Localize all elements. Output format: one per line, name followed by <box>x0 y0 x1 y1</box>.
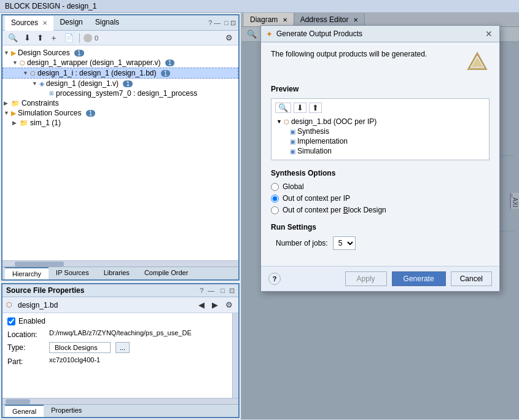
enabled-checkbox[interactable] <box>7 317 15 325</box>
type-more-button[interactable]: ... <box>115 342 130 353</box>
synthesis-options: Synthesis Options Global Out of context … <box>271 169 490 214</box>
preview-simulation-item[interactable]: ▣ Simulation <box>275 146 485 156</box>
sfp-title: Source File Properties <box>6 286 197 295</box>
part-value: xc7z010clg400-1 <box>49 356 100 364</box>
vivado-logo <box>465 50 490 76</box>
expand-all-button[interactable]: ⬆ <box>35 33 45 43</box>
toggle-constraints[interactable]: ▶ <box>4 100 10 106</box>
sfp-tab-properties[interactable]: Properties <box>44 405 89 417</box>
panel-maximize-icon[interactable]: ⊡ <box>230 19 236 27</box>
status-count: 0 <box>95 34 98 42</box>
tree-label-sim1: sim_1 (1) <box>30 119 61 127</box>
preview-toolbar: 🔍 ⬇ ⬆ <box>275 103 485 113</box>
title-bar: BLOCK DESIGN - design_1 <box>0 0 519 13</box>
tree-item-constraints[interactable]: ▶ 📁 Constraints <box>2 98 238 108</box>
tab-hierarchy[interactable]: Hierarchy <box>5 267 49 279</box>
tab-sources[interactable]: Sources ✕ <box>5 16 53 31</box>
toggle-sim1[interactable]: ▶ <box>12 120 18 126</box>
status-circle <box>84 34 92 42</box>
preview-tree-root[interactable]: ▼ ⬡ design_1.bd (OOC per IP) <box>275 117 485 126</box>
tree-item-sim-sources[interactable]: ▼ ▶ Simulation Sources 1 <box>2 108 238 118</box>
sfp-back-button[interactable]: ◀ <box>197 300 206 310</box>
tree-label-design1-i: design_1_i : design_1 (design_1.bd) 1 <box>37 69 170 77</box>
preview-root-toggle[interactable]: ▼ <box>276 119 282 125</box>
panel-minimize-icon[interactable]: — <box>214 19 220 26</box>
tree-item-wrapper[interactable]: ▼ ⬡ design_1_wrapper (design_1_wrapper.v… <box>2 58 238 68</box>
tree-item-design1-v[interactable]: ▼ ◈ design_1 (design_1.v) 1 <box>2 79 238 88</box>
folder-icon-sim1: 📁 <box>20 119 28 127</box>
jobs-select[interactable]: 1 2 3 4 5 6 8 <box>333 236 356 250</box>
apply-button[interactable]: Apply <box>345 271 387 286</box>
tab-ip-sources[interactable]: IP Sources <box>49 267 96 279</box>
sfp-bottom-tabs: General Properties <box>2 404 238 417</box>
folder-icon-constraints: 📁 <box>11 99 20 107</box>
add-button[interactable]: ＋ <box>48 33 60 43</box>
settings-button[interactable]: ⚙ <box>224 33 235 43</box>
simulation-icon: ▣ <box>290 148 295 155</box>
tab-design[interactable]: Design <box>53 15 88 30</box>
sfp-file-icon: ⬡ <box>6 301 12 309</box>
synthesis-icon: ▣ <box>290 128 295 135</box>
location-label: Location: <box>7 329 44 339</box>
toggle-design1-v[interactable]: ▼ <box>32 80 38 87</box>
sfp-help-icon[interactable]: ? <box>200 287 203 294</box>
sfp-restore-icon[interactable]: □ <box>220 287 225 294</box>
toggle-sim-sources[interactable]: ▼ <box>4 110 10 116</box>
radio-global-label: Global <box>283 182 304 191</box>
preview-expand-button[interactable]: ⬆ <box>309 103 322 113</box>
help-button[interactable]: ? <box>268 273 281 285</box>
toggle-design-sources[interactable]: ▼ <box>4 50 10 56</box>
title-text: BLOCK DESIGN - design_1 <box>5 2 96 10</box>
modal-header: ✦ Generate Output Products ✕ <box>261 26 499 42</box>
folder-icon-design-sources: ▶ <box>11 49 16 57</box>
collapse-all-button[interactable]: ⬇ <box>22 33 33 43</box>
search-button[interactable]: 🔍 <box>6 33 20 43</box>
radio-ooc-bd-label: Out of context per Block Design <box>283 206 386 214</box>
preview-search-button[interactable]: 🔍 <box>275 103 291 113</box>
tab-sources-close[interactable]: ✕ <box>42 20 47 26</box>
tree-item-sim1[interactable]: ▶ 📁 sim_1 (1) <box>2 118 238 128</box>
design1-i-icon: ⬡ <box>30 70 36 77</box>
modal-close-button[interactable]: ✕ <box>483 29 494 39</box>
panel-restore-icon[interactable]: □ <box>224 19 228 26</box>
sfp-forward-button[interactable]: ▶ <box>210 300 220 310</box>
tree-label-constraints: Constraints <box>21 99 59 107</box>
tab-libraries[interactable]: Libraries <box>96 267 137 279</box>
tree-item-design-sources[interactable]: ▼ ▶ Design Sources 1 <box>2 48 238 58</box>
synthesis-options-title: Synthesis Options <box>271 169 490 177</box>
type-value: Block Designs <box>49 342 111 353</box>
tree-item-ps7[interactable]: ⊞ processing_system7_0 : design_1_proces… <box>2 88 238 98</box>
preview-implementation-item[interactable]: ▣ Implementation <box>275 136 485 146</box>
file-button[interactable]: 📄 <box>62 33 76 43</box>
folder-icon-sim-sources: ▶ <box>11 109 16 117</box>
radio-ooc-bd-input[interactable] <box>271 206 279 214</box>
panel-help-icon[interactable]: ? <box>208 19 212 26</box>
modal-description: The following output products will be ge… <box>271 50 427 58</box>
tree-item-design1-i[interactable]: ▼ ⬡ design_1_i : design_1 (design_1.bd) … <box>2 68 238 79</box>
radio-ooc-ip-label: Out of context per IP <box>283 194 350 203</box>
sfp-content-row: Enabled Location: D:/mwq/LAB/z7/ZYNQ/tea… <box>2 313 238 398</box>
separator <box>79 33 80 43</box>
sfp-tab-general[interactable]: General <box>5 405 44 417</box>
sfp-minimize-icon[interactable]: — <box>208 287 214 294</box>
sfp-scrollbar-h[interactable] <box>2 398 238 404</box>
toggle-design1-i[interactable]: ▼ <box>23 70 29 76</box>
sources-tree: ▼ ▶ Design Sources 1 ▼ ⬡ design_1_wrappe… <box>2 45 238 260</box>
sfp-settings-button[interactable]: ⚙ <box>224 300 235 310</box>
sfp-scrollbar-v[interactable] <box>232 313 238 398</box>
toggle-wrapper[interactable]: ▼ <box>12 60 18 66</box>
preview-collapse-button[interactable]: ⬇ <box>294 103 306 113</box>
tab-signals[interactable]: Signals <box>89 15 125 30</box>
tree-label-design-sources: Design Sources 1 <box>18 49 84 57</box>
jobs-label: Number of jobs: <box>276 239 328 247</box>
right-panel: Diagram ✕ Address Editor ✕ 🔍 🔎 ⊞ ⊡ ◎ 🔍 ⬇… <box>241 13 519 419</box>
generate-button[interactable]: Generate <box>392 271 446 286</box>
sfp-maximize-icon[interactable]: ⊡ <box>229 287 235 295</box>
radio-global-input[interactable] <box>271 183 279 191</box>
preview-synthesis-item[interactable]: ▣ Synthesis <box>275 126 485 136</box>
radio-ooc-ip-input[interactable] <box>271 195 279 203</box>
sources-scrollbar-h[interactable] <box>2 260 238 266</box>
tab-compile-order[interactable]: Compile Order <box>137 267 196 279</box>
cancel-button[interactable]: Cancel <box>451 271 492 286</box>
main-area: Sources ✕ Design Signals ? — □ ⊡ 🔍 ⬇ <box>0 13 519 419</box>
